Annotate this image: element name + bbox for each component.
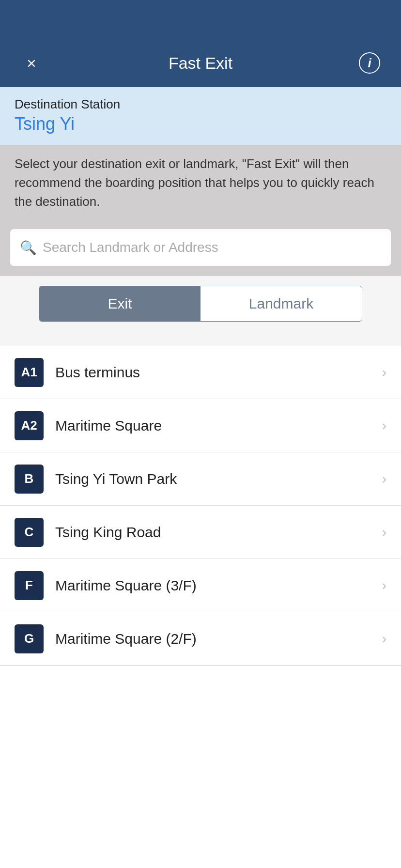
- section-gap: [0, 331, 401, 346]
- search-icon: 🔍: [20, 240, 37, 256]
- chevron-right-icon: ›: [382, 578, 386, 593]
- exit-badge-a2: A2: [15, 411, 44, 440]
- bottom-spacer: [0, 666, 401, 762]
- exit-badge-b: B: [15, 465, 44, 494]
- info-button[interactable]: i: [357, 51, 382, 75]
- exit-name-b: Tsing Yi Town Park: [55, 471, 382, 487]
- header: × Fast Exit i: [0, 39, 401, 87]
- chevron-right-icon: ›: [382, 471, 386, 487]
- exit-badge-c: C: [15, 518, 44, 547]
- chevron-right-icon: ›: [382, 418, 386, 434]
- exit-item-a1[interactable]: A1Bus terminus›: [0, 346, 401, 399]
- exit-badge-f: F: [15, 571, 44, 600]
- search-section: 🔍 Search Landmark or Address: [0, 221, 401, 276]
- toggle-group: Exit Landmark: [39, 286, 362, 322]
- header-title: Fast Exit: [169, 54, 232, 73]
- search-bar[interactable]: 🔍 Search Landmark or Address: [10, 229, 391, 266]
- exit-item-f[interactable]: FMaritime Square (3/F)›: [0, 559, 401, 612]
- exit-badge-a1: A1: [15, 358, 44, 387]
- chevron-right-icon: ›: [382, 631, 386, 647]
- status-bar: [0, 0, 401, 39]
- close-button[interactable]: ×: [19, 51, 44, 75]
- exit-name-g: Maritime Square (2/F): [55, 631, 382, 647]
- exit-list: A1Bus terminus›A2Maritime Square›BTsing …: [0, 346, 401, 666]
- exit-name-c: Tsing King Road: [55, 524, 382, 541]
- landmark-tab[interactable]: Landmark: [200, 286, 362, 321]
- toggle-section: Exit Landmark: [0, 276, 401, 331]
- destination-section: Destination Station Tsing Yi: [0, 87, 401, 145]
- description-section: Select your destination exit or landmark…: [0, 145, 401, 221]
- destination-name: Tsing Yi: [15, 114, 386, 134]
- exit-tab[interactable]: Exit: [39, 286, 200, 321]
- exit-name-a2: Maritime Square: [55, 418, 382, 434]
- chevron-right-icon: ›: [382, 365, 386, 380]
- info-icon: i: [359, 52, 380, 74]
- exit-item-b[interactable]: BTsing Yi Town Park›: [0, 452, 401, 506]
- exit-item-a2[interactable]: A2Maritime Square›: [0, 399, 401, 452]
- destination-label: Destination Station: [15, 97, 386, 112]
- exit-item-c[interactable]: CTsing King Road›: [0, 506, 401, 559]
- exit-badge-g: G: [15, 624, 44, 653]
- chevron-right-icon: ›: [382, 525, 386, 540]
- exit-name-a1: Bus terminus: [55, 364, 382, 381]
- search-input-placeholder: Search Landmark or Address: [43, 240, 218, 255]
- exit-name-f: Maritime Square (3/F): [55, 577, 382, 594]
- description-text: Select your destination exit or landmark…: [15, 155, 386, 211]
- exit-item-g[interactable]: GMaritime Square (2/F)›: [0, 612, 401, 666]
